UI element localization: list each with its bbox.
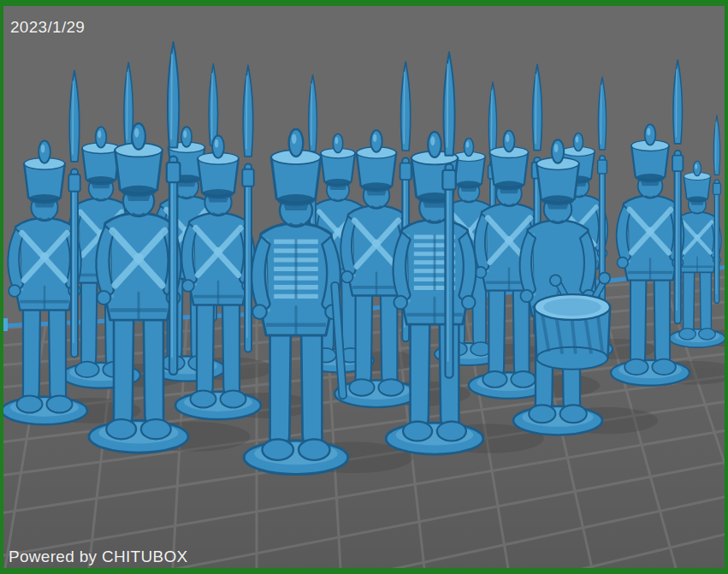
shako-visor [86,176,115,185]
pompom [333,133,343,152]
boot [262,440,293,460]
leg [269,333,290,447]
hand [462,296,476,310]
shako-visor [325,179,351,186]
shako-visor [687,196,707,202]
pompom [504,131,515,152]
boot [106,419,136,439]
leg [81,281,98,367]
pompom [96,127,107,147]
leg [684,271,695,333]
slicer-3d-viewport[interactable]: 2023/1/29 Powered by CHITUBOX [0,0,728,574]
pompom [428,132,441,157]
pompom [574,133,583,151]
pompom-highlight [554,144,559,152]
boot [624,359,648,375]
boot [482,371,506,388]
pompom [693,161,701,175]
boot [17,396,43,413]
belt-plate [214,247,222,256]
hand [9,285,21,297]
belt-plate [40,252,49,261]
hand [617,257,628,269]
musket-with-bayonet [713,115,721,304]
boot [437,422,466,441]
pompom [645,124,656,145]
3d-scene-canvas[interactable] [0,0,728,574]
boot [299,440,329,460]
pompom-highlight [134,128,139,138]
shako-visor [277,194,315,206]
chitubox-watermark: Powered by CHITUBOX [9,547,188,566]
pompom [370,130,382,152]
musket-barrel [675,151,681,323]
boot [141,419,171,439]
leg [114,317,133,427]
belt-plate [334,228,341,234]
pompom-highlight [292,134,296,145]
date-label: 2023/1/29 [10,18,85,37]
leg [654,278,671,364]
pompom-highlight [373,134,376,142]
boot [75,362,99,377]
pompom-highlight [647,128,650,136]
scene-line [73,81,74,154]
shako-visor [457,181,482,189]
pompom [289,129,304,157]
pompom [38,140,50,163]
scene-line [171,55,172,139]
pompom-highlight [335,137,339,144]
shako-visor [29,194,60,204]
drummer-hand [599,273,610,284]
belt-plate [695,234,701,240]
musket-socket [672,156,683,171]
leg [49,308,66,402]
musket-barrel [169,157,177,375]
belt-plate [505,236,512,244]
hand [394,296,407,310]
boot [529,405,555,423]
frame-right [725,0,728,574]
pompom-highlight [41,145,45,153]
shako-visor [542,195,574,205]
musket-barrel [71,169,78,358]
leg [197,303,214,397]
scene-line [447,64,448,147]
leg [700,271,711,333]
pompom [181,127,192,147]
drum-head-shade [543,299,601,317]
hand [182,280,194,292]
frame-left [0,0,3,574]
belt-plate [372,240,381,248]
musket-socket [442,170,455,190]
leg [410,322,429,429]
boot [560,405,587,423]
boot [378,379,403,396]
leg [144,317,163,427]
hand [252,305,267,319]
boot [221,391,246,408]
musket-with-bayonet [68,71,80,358]
hand [341,271,352,282]
shako-visor [121,186,157,197]
boot [191,391,216,408]
leg [488,288,505,377]
musket-barrel [445,164,453,378]
boot [699,328,716,340]
musket-with-bayonet [598,77,607,306]
musket-barrel [245,164,252,352]
hand [520,290,532,302]
pompom-highlight [430,136,435,145]
belt-plate [133,253,144,263]
boot [511,371,535,388]
frame-top [0,0,728,6]
musket-socket [167,163,181,182]
musket-barrel [714,180,719,303]
musket-with-bayonet [442,52,455,378]
shako-visor [203,189,234,198]
musket-with-bayonet [672,60,683,323]
scene-line [246,76,247,149]
drummer-hand [550,275,561,286]
leg [222,303,240,397]
leg [355,293,372,385]
